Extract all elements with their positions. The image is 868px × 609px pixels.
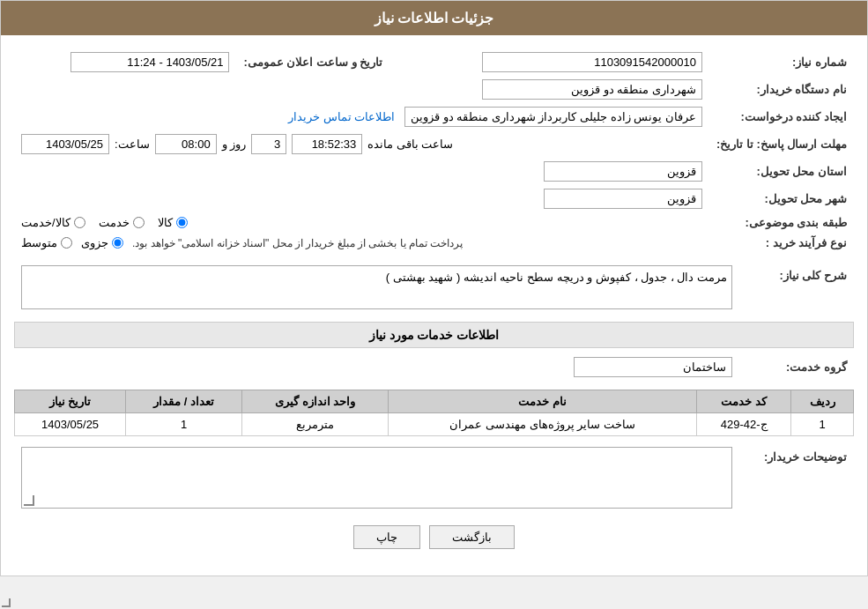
col-unit: واحد اندازه گیری <box>242 390 389 413</box>
radio-jozvi-label: جزوی <box>81 236 108 249</box>
radio-kala-label: کالا <box>158 216 173 229</box>
buyer-notes-value <box>14 443 739 512</box>
deadline-row: 1403/05/25 ساعت: 08:00 روز و 3 18:52:33 … <box>14 130 709 158</box>
buttons-row: بازگشت چاپ <box>14 525 854 549</box>
deadline-label: مهلت ارسال پاسخ: تا تاریخ: <box>709 130 854 158</box>
service-group-label: گروه خدمت: <box>739 353 854 381</box>
announce-date-input: 1403/05/21 - 11:24 <box>70 52 229 72</box>
need-number-label: شماره نیاز: <box>709 48 854 76</box>
requester-label: ایجاد کننده درخواست: <box>709 103 854 130</box>
radio-kala[interactable]: کالا <box>158 216 188 229</box>
back-button[interactable]: بازگشت <box>429 525 515 549</box>
province-input: قزوین <box>544 161 702 182</box>
announce-date-label: تاریخ و ساعت اعلان عمومی: <box>236 48 389 76</box>
deadline-time-label: ساعت: <box>115 137 150 151</box>
city-label: شهر محل تحویل: <box>709 185 854 212</box>
need-desc-box: مرمت دال ، جدول ، کفپوش و دریچه سطح ناحی… <box>21 265 732 309</box>
table-row: 1 ج-42-429 ساخت سایر پروژه‌های مهندسی عم… <box>15 413 854 436</box>
col-service-code: کد خدمت <box>696 390 790 413</box>
province-value: قزوین <box>14 158 709 185</box>
service-group-value: ساختمان <box>14 353 739 381</box>
cell-date: 1403/05/25 <box>15 413 126 436</box>
need-desc-label: شرح کلی نیاز: <box>739 262 854 313</box>
col-row-number: ردیف <box>791 390 854 413</box>
deadline-time-input: 08:00 <box>155 134 217 154</box>
radio-kala-khedmat-label: کالا/خدمت <box>21 216 70 229</box>
need-desc-table: شرح کلی نیاز: مرمت دال ، جدول ، کفپوش و … <box>14 262 854 313</box>
process-note: پرداخت تمام یا بخشی از مبلغ خریدار از مح… <box>132 237 463 249</box>
deadline-days-input: 3 <box>251 134 286 154</box>
buyer-desc-inner <box>22 448 731 457</box>
buyer-notes-table: توضیحات خریدار: <box>14 443 854 512</box>
services-section-header: اطلاعات خدمات مورد نیاز <box>14 322 854 348</box>
content-area: شماره نیاز: 1103091542000010 تاریخ و ساع… <box>1 35 867 576</box>
info-table: شماره نیاز: 1103091542000010 تاریخ و ساع… <box>14 48 854 253</box>
buyer-resize-handle[interactable] <box>24 495 34 506</box>
buyer-org-input: شهرداری منطقه دو قزوین <box>482 79 702 100</box>
need-number-value: 1103091542000010 <box>407 48 709 76</box>
radio-kala-input[interactable] <box>176 217 188 228</box>
contact-link[interactable]: اطلاعات تماس خریدار <box>288 110 395 123</box>
col-service-name: نام خدمت <box>389 390 697 413</box>
need-number-input: 1103091542000010 <box>482 52 702 72</box>
radio-motavasset[interactable]: متوسط <box>21 236 72 249</box>
radio-kala-khedmat[interactable]: کالا/خدمت <box>21 216 85 229</box>
page-wrapper: جزئیات اطلاعات نیاز شماره نیاز: 11030915… <box>0 0 868 576</box>
cell-quantity: 1 <box>126 413 242 436</box>
radio-jozvi[interactable]: جزوی <box>81 236 123 249</box>
process-label: نوع فرآیند خرید : <box>709 233 854 253</box>
province-label: استان محل تحویل: <box>709 158 854 185</box>
need-desc-value: مرمت دال ، جدول ، کفپوش و دریچه سطح ناحی… <box>14 262 739 313</box>
print-button[interactable]: چاپ <box>353 525 420 549</box>
radio-khedmat-label: خدمت <box>99 216 130 229</box>
services-table: ردیف کد خدمت نام خدمت واحد اندازه گیری ت… <box>14 390 854 436</box>
radio-motavasset-input[interactable] <box>61 237 72 249</box>
col-need-date: تاریخ نیاز <box>15 390 126 413</box>
deadline-days-label: روز و <box>222 137 247 151</box>
col-quantity: تعداد / مقدار <box>126 390 242 413</box>
category-row: کالا/خدمت خدمت کالا <box>14 212 709 233</box>
buyer-desc-box <box>21 447 732 509</box>
category-label: طبقه بندی موضوعی: <box>709 212 854 233</box>
deadline-remaining-input: 18:52:33 <box>292 134 362 154</box>
page-title: جزئیات اطلاعات نیاز <box>1 1 867 35</box>
city-input: قزوین <box>544 189 702 209</box>
radio-jozvi-input[interactable] <box>112 237 123 249</box>
process-row: متوسط جزوی پرداخت تمام یا بخشی از مبلغ خ… <box>14 233 709 253</box>
deadline-remaining-label: ساعت باقی مانده <box>367 137 453 151</box>
buyer-org-label: نام دستگاه خریدار: <box>709 76 854 103</box>
service-group-table: گروه خدمت: ساختمان <box>14 353 854 381</box>
deadline-date-input: 1403/05/25 <box>21 134 109 154</box>
requester-value: عرفان یونس زاده جلیلی کاربرداز شهرداری م… <box>14 103 709 130</box>
radio-motavasset-label: متوسط <box>21 236 57 249</box>
cell-row: 1 <box>791 413 854 436</box>
radio-khedmat-input[interactable] <box>133 217 145 228</box>
service-group-input: ساختمان <box>574 357 732 377</box>
cell-name: ساخت سایر پروژه‌های مهندسی عمران <box>389 413 697 436</box>
announce-date-value: 1403/05/21 - 11:24 <box>14 48 236 76</box>
cell-code: ج-42-429 <box>696 413 790 436</box>
buyer-notes-label: توضیحات خریدار: <box>739 443 854 512</box>
buyer-org-value: شهرداری منطقه دو قزوین <box>14 76 709 103</box>
need-desc-text: مرمت دال ، جدول ، کفپوش و دریچه سطح ناحی… <box>386 271 727 284</box>
radio-khedmat[interactable]: خدمت <box>99 216 145 229</box>
radio-kala-khedmat-input[interactable] <box>74 217 85 228</box>
city-value: قزوین <box>14 185 709 212</box>
cell-unit: مترمربع <box>242 413 389 436</box>
requester-input: عرفان یونس زاده جلیلی کاربرداز شهرداری م… <box>404 107 702 127</box>
